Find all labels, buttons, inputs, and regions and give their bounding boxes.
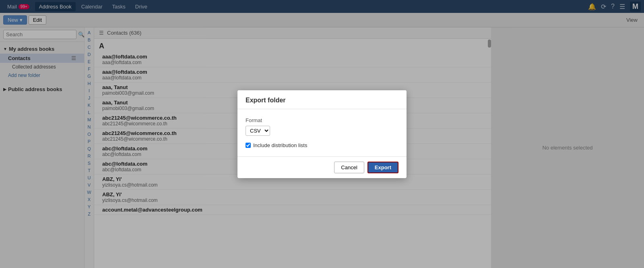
export-folder-modal: Export folder Format CSV VCF Include dis… — [237, 90, 407, 178]
modal-overlay[interactable]: Export folder Format CSV VCF Include dis… — [0, 0, 644, 268]
include-distribution-checkbox[interactable] — [246, 143, 251, 148]
include-distribution-row: Include distribution lists — [246, 142, 398, 148]
modal-footer: Cancel Export — [237, 156, 407, 178]
modal-title: Export folder — [237, 90, 407, 109]
format-select[interactable]: CSV VCF — [246, 126, 270, 136]
export-button[interactable]: Export — [367, 162, 398, 173]
cancel-button[interactable]: Cancel — [334, 162, 364, 173]
format-label: Format — [246, 117, 398, 123]
include-distribution-label: Include distribution lists — [253, 142, 307, 148]
modal-body: Format CSV VCF Include distribution list… — [237, 109, 407, 156]
